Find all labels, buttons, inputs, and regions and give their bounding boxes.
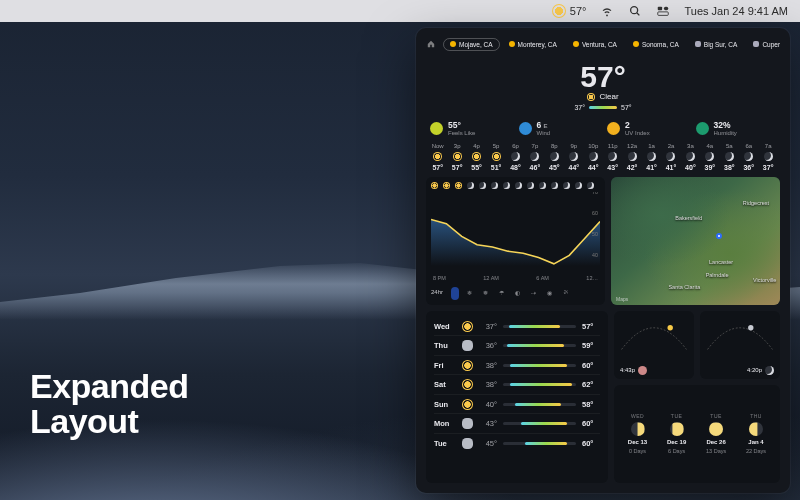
moon-phases[interactable]: WEDDec 130 DaysTUEDec 196 DaysTUEDec 261… [614, 385, 780, 483]
search-icon[interactable] [628, 4, 642, 18]
day-low: 43° [479, 419, 497, 428]
chart-toolbar[interactable]: 24hr ❄ ❅ ☂ ◐ ⇢ ◉ ⛭ [431, 287, 600, 300]
menubar: 57° Tues Jan 24 9:41 AM [0, 0, 800, 22]
stat-humidity[interactable]: 32% Humidity [696, 121, 777, 137]
moon-icon [749, 422, 763, 436]
daily-row[interactable]: Tue45°60° [434, 434, 600, 454]
temp-range: 37° 57° [426, 104, 780, 111]
svg-rect-2 [664, 7, 668, 11]
day-label: Sun [434, 400, 456, 409]
hour-label: 7a [765, 143, 772, 149]
daily-row[interactable]: Fri38°60° [434, 356, 600, 376]
chart-metric-icon[interactable]: ◐ [515, 289, 523, 297]
hour-label: 12a [627, 143, 637, 149]
night-icon [515, 182, 522, 189]
sun-icon [453, 152, 462, 161]
sunset-card[interactable]: 4:43p [614, 311, 694, 379]
daily-row[interactable]: Wed37°57° [434, 317, 600, 337]
daily-row[interactable]: Sat38°62° [434, 375, 600, 395]
hour-label: 5p [493, 143, 500, 149]
moon-icon [709, 422, 723, 436]
home-icon[interactable] [426, 40, 436, 48]
daily-row[interactable]: Mon43°60° [434, 414, 600, 434]
svg-text:40: 40 [592, 252, 598, 258]
cloud-icon [462, 418, 473, 429]
day-low: 40° [479, 400, 497, 409]
chart-metric-icon[interactable]: ❅ [483, 289, 491, 297]
svg-rect-1 [658, 7, 662, 11]
hourly-forecast[interactable]: Now57°3p57°4p55°5p51°6p48°7p46°8p45°9p44… [426, 143, 780, 171]
current-condition: Clear [426, 92, 780, 101]
day-high: 60° [582, 419, 600, 428]
hour-temp: 55° [471, 164, 482, 171]
daily-forecast[interactable]: Wed37°57°Thu36°59°Fri38°60°Sat38°62°Sun4… [426, 311, 608, 483]
daily-row[interactable]: Sun40°58° [434, 395, 600, 415]
night-icon [539, 182, 546, 189]
location-tab[interactable]: Sonoma, CA [626, 38, 686, 51]
hour-temp: 41° [666, 164, 677, 171]
sun-icon [462, 360, 473, 371]
day-label: Thu [434, 341, 456, 350]
uv-icon [607, 122, 620, 135]
hourly-chart[interactable]: 70605040 8 PM12 AM6 AM12… 24hr ❄ ❅ ☂ ◐ ⇢… [426, 177, 605, 305]
day-high: 60° [582, 361, 600, 370]
day-low: 37° [479, 322, 497, 331]
hour-temp: 57° [432, 164, 443, 171]
location-tab[interactable]: Ventura, CA [566, 38, 624, 51]
hourly-column: 8p45° [545, 143, 564, 171]
hour-temp: 44° [568, 164, 579, 171]
phase-weekday: TUE [710, 413, 722, 419]
chart-metric-icon[interactable]: ⇢ [531, 289, 539, 297]
chart-metric-temp[interactable] [451, 287, 459, 300]
location-tab[interactable]: Big Sur, CA [688, 38, 745, 51]
svg-point-0 [631, 7, 638, 14]
hour-label: 10p [588, 143, 598, 149]
wifi-icon[interactable] [600, 4, 614, 18]
location-tab[interactable]: Cupertino, CA [746, 38, 780, 51]
cloud-icon [462, 438, 473, 449]
chart-metric-icon[interactable]: ⛭ [563, 289, 571, 297]
tab-label: Ventura, CA [582, 41, 617, 48]
weather-panel: Mojave, CAMonterey, CAVentura, CASonoma,… [416, 28, 790, 493]
stat-value: 2 [625, 121, 650, 130]
stat-wind[interactable]: 6 EWind [519, 121, 600, 137]
person-icon [638, 366, 647, 375]
phase-weekday: WED [631, 413, 644, 419]
chart-24hr-button[interactable]: 24hr [431, 289, 443, 297]
hour-temp: 43° [607, 164, 618, 171]
sun-icon [462, 399, 473, 410]
hourly-column: 9p44° [564, 143, 583, 171]
weather-map[interactable]: BakersfieldRidgecrestLancasterPalmdaleVi… [611, 177, 780, 305]
feelslike-icon [430, 122, 443, 135]
hero-title: Expanded Layout [30, 369, 188, 440]
night-icon [569, 152, 578, 161]
stat-label: Humidity [714, 130, 737, 137]
cloud-icon [695, 41, 701, 47]
menubar-weather[interactable]: 57° [552, 4, 587, 18]
chart-metric-icon[interactable]: ◉ [547, 289, 555, 297]
chart-xlabel: 12 AM [483, 275, 499, 281]
moonrise-card[interactable]: 4:20p [700, 311, 780, 379]
svg-point-9 [748, 325, 753, 330]
hourly-column: 3p57° [447, 143, 466, 171]
sun-icon [587, 93, 595, 101]
chart-xlabel: 6 AM [536, 275, 549, 281]
stat-feelslike[interactable]: 55° Feels Like [430, 121, 511, 137]
phase-sub: 13 Days [706, 448, 726, 454]
control-center-icon[interactable] [656, 4, 670, 18]
chart-metric-icon[interactable]: ☂ [499, 289, 507, 297]
day-low: 38° [479, 380, 497, 389]
daily-row[interactable]: Thu36°59° [434, 336, 600, 356]
phase-weekday: THU [750, 413, 762, 419]
chart-metric-icon[interactable]: ❄ [467, 289, 475, 297]
wind-icon [519, 122, 532, 135]
phase-sub: 22 Days [746, 448, 766, 454]
moon-icon [631, 422, 645, 436]
hour-temp: 38° [724, 164, 735, 171]
location-tab[interactable]: Mojave, CA [443, 38, 500, 51]
stat-uv[interactable]: 2 UV Index [607, 121, 688, 137]
sun-icon [633, 41, 639, 47]
location-tab[interactable]: Monterey, CA [502, 38, 564, 51]
hour-label: 7p [532, 143, 539, 149]
menubar-clock[interactable]: Tues Jan 24 9:41 AM [684, 5, 788, 17]
